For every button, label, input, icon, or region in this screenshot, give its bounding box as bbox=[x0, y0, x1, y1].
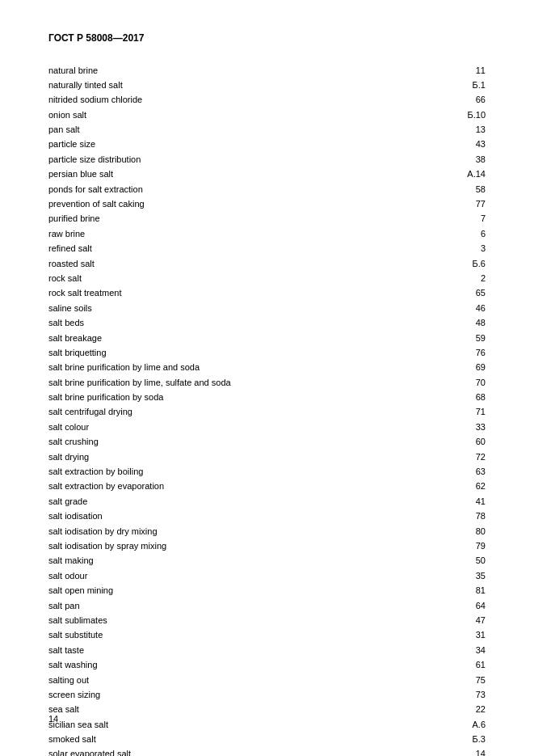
table-row: salt sublimates47 bbox=[48, 613, 486, 627]
term-cell: ponds for salt extraction bbox=[48, 182, 420, 196]
table-row: screen sizing73 bbox=[48, 687, 486, 702]
ref-cell: 77 bbox=[420, 197, 486, 212]
term-cell: salt taste bbox=[48, 643, 420, 657]
ref-cell: 76 bbox=[420, 345, 486, 360]
table-row: salt extraction by boiling63 bbox=[48, 465, 486, 479]
ref-cell: 35 bbox=[420, 568, 486, 583]
ref-cell: 6 bbox=[420, 226, 486, 241]
term-cell: salt pan bbox=[48, 598, 420, 613]
ref-cell: 50 bbox=[420, 554, 486, 568]
term-cell: rock salt bbox=[48, 271, 420, 285]
ref-cell: 66 bbox=[420, 93, 486, 108]
table-row: refined salt3 bbox=[48, 242, 486, 256]
term-cell: rock salt treatment bbox=[48, 286, 420, 301]
term-cell: roasted salt bbox=[48, 256, 420, 271]
table-row: salt grade41 bbox=[48, 494, 486, 509]
ref-cell: 33 bbox=[420, 420, 486, 434]
table-row: prevention of salt caking77 bbox=[48, 197, 486, 212]
term-cell: salt making bbox=[48, 554, 420, 568]
table-row: salt beds48 bbox=[48, 316, 486, 331]
term-cell: salt extraction by boiling bbox=[48, 465, 420, 479]
table-row: smoked saltБ.3 bbox=[48, 733, 486, 747]
term-cell: particle size distribution bbox=[48, 152, 420, 167]
table-row: salt open mining81 bbox=[48, 584, 486, 598]
page-footer: 14 bbox=[48, 714, 58, 724]
table-row: salt drying72 bbox=[48, 450, 486, 464]
ref-cell: 11 bbox=[420, 63, 486, 78]
table-row: rock salt treatment65 bbox=[48, 286, 486, 301]
ref-cell: 62 bbox=[420, 479, 486, 494]
ref-cell: 69 bbox=[420, 361, 486, 375]
table-row: roasted saltБ.6 bbox=[48, 256, 486, 271]
ref-cell: Б.6 bbox=[420, 256, 486, 271]
term-cell: purified brine bbox=[48, 212, 420, 226]
term-cell: salting out bbox=[48, 673, 420, 687]
term-cell: salt briquetting bbox=[48, 345, 420, 360]
ref-cell: 79 bbox=[420, 539, 486, 554]
term-cell: salt brine purification by lime, sulfate… bbox=[48, 375, 420, 390]
table-row: salt taste34 bbox=[48, 643, 486, 657]
table-row: salt brine purification by lime and soda… bbox=[48, 361, 486, 375]
term-cell: salt washing bbox=[48, 658, 420, 673]
table-row: sicilian sea saltА.6 bbox=[48, 717, 486, 732]
term-cell: salt substitute bbox=[48, 628, 420, 643]
term-cell: salt breakage bbox=[48, 331, 420, 345]
ref-cell: 48 bbox=[420, 316, 486, 331]
ref-cell: 65 bbox=[420, 286, 486, 301]
ref-cell: 2 bbox=[420, 271, 486, 285]
ref-cell: 38 bbox=[420, 152, 486, 167]
term-cell: salt beds bbox=[48, 316, 420, 331]
ref-cell: 43 bbox=[420, 137, 486, 152]
ref-cell: 64 bbox=[420, 598, 486, 613]
table-row: rock salt2 bbox=[48, 271, 486, 285]
ref-cell: 63 bbox=[420, 465, 486, 479]
term-cell: sicilian sea salt bbox=[48, 717, 420, 732]
term-cell: salt iodisation bbox=[48, 509, 420, 524]
table-row: salt breakage59 bbox=[48, 331, 486, 345]
term-cell: raw brine bbox=[48, 226, 420, 241]
ref-cell: 70 bbox=[420, 375, 486, 390]
ref-cell: Б.3 bbox=[420, 733, 486, 747]
ref-cell: 41 bbox=[420, 494, 486, 509]
table-row: natural brine11 bbox=[48, 63, 486, 78]
ref-cell: 78 bbox=[420, 509, 486, 524]
ref-cell: 58 bbox=[420, 182, 486, 196]
table-row: raw brine6 bbox=[48, 226, 486, 241]
term-cell: salt colour bbox=[48, 420, 420, 434]
term-cell: particle size bbox=[48, 137, 420, 152]
ref-cell: 72 bbox=[420, 450, 486, 464]
term-cell: screen sizing bbox=[48, 687, 420, 702]
term-cell: salt brine purification by soda bbox=[48, 391, 420, 405]
table-row: particle size43 bbox=[48, 137, 486, 152]
table-row: naturally tinted saltБ.1 bbox=[48, 78, 486, 92]
term-cell: saline soils bbox=[48, 301, 420, 315]
term-cell: solar evaporated salt bbox=[48, 747, 420, 756]
ref-cell: 14 bbox=[420, 747, 486, 756]
ref-cell: 61 bbox=[420, 658, 486, 673]
term-cell: salt iodisation by dry mixing bbox=[48, 524, 420, 538]
ref-cell: А.14 bbox=[420, 167, 486, 182]
term-cell: onion salt bbox=[48, 108, 420, 122]
term-cell: persian blue salt bbox=[48, 167, 420, 182]
ref-cell: 71 bbox=[420, 405, 486, 420]
table-row: salt extraction by evaporation62 bbox=[48, 479, 486, 494]
table-row: salt washing61 bbox=[48, 658, 486, 673]
ref-cell: 60 bbox=[420, 435, 486, 450]
term-cell: refined salt bbox=[48, 242, 420, 256]
ref-cell: 68 bbox=[420, 391, 486, 405]
page: ГОСТ Р 58008—2017 natural brine11natural… bbox=[0, 0, 534, 756]
table-row: salt iodisation by dry mixing80 bbox=[48, 524, 486, 538]
table-row: salt making50 bbox=[48, 554, 486, 568]
term-cell: salt brine purification by lime and soda bbox=[48, 361, 420, 375]
table-row: salt brine purification by soda68 bbox=[48, 391, 486, 405]
ref-cell: 75 bbox=[420, 673, 486, 687]
table-row: saline soils46 bbox=[48, 301, 486, 315]
term-cell: salt iodisation by spray mixing bbox=[48, 539, 420, 554]
table-row: pan salt13 bbox=[48, 123, 486, 137]
ref-cell: 46 bbox=[420, 301, 486, 315]
ref-cell: Б.1 bbox=[420, 78, 486, 92]
ref-cell: 81 bbox=[420, 584, 486, 598]
table-row: salt colour33 bbox=[48, 420, 486, 434]
table-row: particle size distribution38 bbox=[48, 152, 486, 167]
ref-cell: 47 bbox=[420, 613, 486, 627]
